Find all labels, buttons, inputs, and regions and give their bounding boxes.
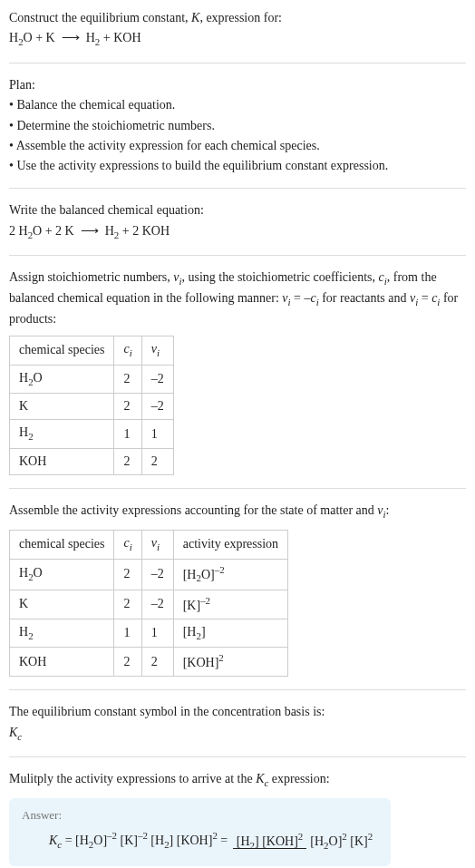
separator bbox=[9, 63, 466, 63]
balanced-equation: 2 H2O + 2 K ⟶ H2 + 2 KOH bbox=[9, 222, 466, 243]
separator bbox=[9, 488, 466, 489]
stoich-table: chemical species ci νi H2O 2 –2 K 2 –2 H… bbox=[9, 336, 174, 475]
col-ci: ci bbox=[114, 530, 141, 559]
assign-text: Assign stoichiometric numbers, νi, using… bbox=[9, 268, 466, 328]
answer-numerator: [H2] [KOH]2 bbox=[233, 834, 307, 849]
plan-item: • Use the activity expressions to build … bbox=[9, 157, 466, 175]
col-vi: νi bbox=[141, 336, 173, 365]
col-species: chemical species bbox=[10, 336, 114, 365]
intro-equation: H2O + K ⟶ H2 + KOH bbox=[9, 29, 466, 50]
table-row: KOH 2 2 bbox=[10, 449, 174, 475]
plan-item: • Assemble the activity expression for e… bbox=[9, 137, 466, 155]
table-row: H2 1 1 bbox=[10, 420, 174, 449]
answer-fraction: [H2] [KOH]2[H2O]2 [K]2 bbox=[233, 831, 376, 853]
table-row: H2O 2 –2 [H2O]–2 bbox=[10, 559, 288, 590]
plan-item: • Determine the stoichiometric numbers. bbox=[9, 117, 466, 135]
separator bbox=[9, 188, 466, 189]
answer-label: Answer: bbox=[22, 807, 378, 824]
table-header-row: chemical species ci νi bbox=[10, 336, 174, 365]
answer-lhs: Kc = [H2O]–2 [K]–2 [H2] [KOH]2 = bbox=[49, 834, 231, 847]
separator bbox=[9, 756, 466, 757]
kc-symbol: Kc bbox=[9, 724, 466, 745]
col-species: chemical species bbox=[10, 530, 114, 559]
col-ci: ci bbox=[114, 336, 141, 365]
symbol-line: The equilibrium constant symbol in the c… bbox=[9, 703, 466, 721]
assemble-text: Assemble the activity expressions accoun… bbox=[9, 502, 466, 522]
separator bbox=[9, 255, 466, 256]
separator bbox=[9, 689, 466, 690]
answer-denominator: [H2O]2 [K]2 bbox=[306, 834, 376, 848]
balanced-line: Write the balanced chemical equation: bbox=[9, 201, 466, 219]
intro-line: Construct the equilibrium constant, K, e… bbox=[9, 9, 466, 27]
answer-expression: Kc = [H2O]–2 [K]–2 [H2] [KOH]2 = [H2] [K… bbox=[22, 830, 378, 853]
table-row: H2O 2 –2 bbox=[10, 365, 174, 394]
col-vi: νi bbox=[141, 530, 173, 559]
table-row: H2 1 1 [H2] bbox=[10, 619, 288, 648]
answer-box: Answer: Kc = [H2O]–2 [K]–2 [H2] [KOH]2 =… bbox=[9, 798, 391, 866]
plan-heading: Plan: bbox=[9, 76, 466, 94]
multiply-line: Mulitply the activity expressions to arr… bbox=[9, 770, 466, 791]
activity-table: chemical species ci νi activity expressi… bbox=[9, 530, 288, 677]
col-activity: activity expression bbox=[173, 530, 287, 559]
table-header-row: chemical species ci νi activity expressi… bbox=[10, 530, 288, 559]
table-row: K 2 –2 bbox=[10, 394, 174, 420]
table-row: KOH 2 2 [KOH]2 bbox=[10, 648, 288, 677]
plan-item: • Balance the chemical equation. bbox=[9, 96, 466, 114]
table-row: K 2 –2 [K]–2 bbox=[10, 590, 288, 619]
